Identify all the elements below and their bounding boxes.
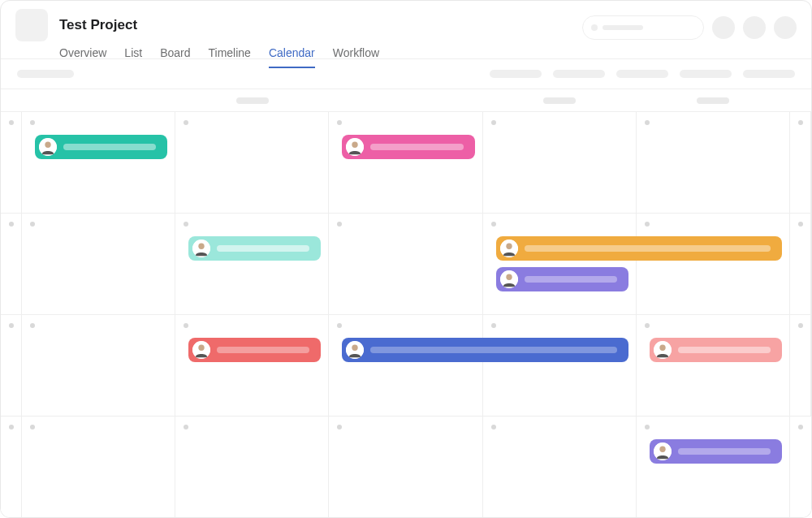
event-title-placeholder xyxy=(678,347,771,353)
assignee-avatar xyxy=(500,240,518,257)
toolbar-control-5[interactable] xyxy=(743,70,795,78)
assignee-avatar xyxy=(654,442,672,460)
date-indicator xyxy=(30,425,35,430)
member-avatar-2[interactable] xyxy=(743,16,766,39)
svg-point-1 xyxy=(45,142,50,148)
svg-point-11 xyxy=(199,345,205,351)
calendar-cell[interactable] xyxy=(329,112,482,214)
calendar-cell[interactable] xyxy=(483,112,637,214)
date-indicator xyxy=(30,120,35,125)
calendar-cell[interactable] xyxy=(22,214,175,315)
date-indicator xyxy=(491,323,496,328)
date-indicator xyxy=(9,120,14,125)
calendar-event[interactable] xyxy=(35,135,167,159)
svg-point-5 xyxy=(199,244,205,249)
calendar xyxy=(1,88,811,518)
tab-board[interactable]: Board xyxy=(160,46,190,67)
event-title-placeholder xyxy=(525,276,617,283)
date-indicator xyxy=(491,120,496,125)
toolbar-control-2[interactable] xyxy=(553,70,605,78)
calendar-cell[interactable] xyxy=(22,112,175,214)
calendar-event[interactable] xyxy=(342,338,628,362)
calendar-cell[interactable] xyxy=(1,417,22,518)
event-title-placeholder xyxy=(63,144,156,150)
date-indicator xyxy=(798,222,803,227)
event-title-placeholder xyxy=(370,144,463,150)
tab-workflow[interactable]: Workflow xyxy=(333,46,379,67)
calendar-event[interactable] xyxy=(650,439,782,464)
date-indicator xyxy=(184,120,188,125)
toolbar-right-controls xyxy=(490,70,795,78)
calendar-cell[interactable] xyxy=(1,214,22,315)
assignee-avatar xyxy=(346,138,364,156)
calendar-event[interactable] xyxy=(496,267,628,291)
weekday-header xyxy=(329,89,482,111)
project-icon[interactable] xyxy=(15,9,48,41)
assignee-avatar xyxy=(192,341,210,359)
calendar-cell[interactable] xyxy=(790,214,811,315)
date-indicator xyxy=(30,222,35,227)
calendar-event[interactable] xyxy=(188,236,321,261)
toolbar-control-1[interactable] xyxy=(490,70,542,78)
tab-list[interactable]: List xyxy=(124,46,142,67)
calendar-cell[interactable] xyxy=(329,214,482,315)
calendar-cell[interactable] xyxy=(175,112,329,214)
date-indicator xyxy=(645,323,650,328)
calendar-cell[interactable] xyxy=(22,315,175,417)
calendar-event[interactable] xyxy=(188,338,321,362)
toolbar-control-4[interactable] xyxy=(680,70,732,78)
svg-point-17 xyxy=(659,447,665,452)
date-indicator xyxy=(798,425,803,430)
date-indicator xyxy=(9,425,14,430)
assignee-avatar xyxy=(654,341,672,359)
date-indicator xyxy=(798,120,803,125)
assignee-avatar xyxy=(39,138,57,156)
calendar-cell[interactable] xyxy=(483,214,637,315)
date-indicator xyxy=(491,425,496,430)
calendar-cell[interactable] xyxy=(329,417,482,518)
date-indicator xyxy=(337,120,342,125)
tab-calendar[interactable]: Calendar xyxy=(269,46,315,67)
toolbar-control-3[interactable] xyxy=(616,70,668,78)
date-indicator xyxy=(9,323,14,328)
tab-timeline[interactable]: Timeline xyxy=(209,46,251,67)
calendar-cell[interactable] xyxy=(483,315,637,417)
weekday-header xyxy=(22,89,175,111)
event-title-placeholder xyxy=(217,347,309,353)
calendar-cell[interactable] xyxy=(22,417,175,518)
weekday-header-row xyxy=(1,89,811,112)
search-input[interactable] xyxy=(582,15,704,40)
date-indicator xyxy=(491,222,496,227)
calendar-cell[interactable] xyxy=(637,112,790,214)
svg-point-9 xyxy=(506,274,512,280)
member-avatar-3[interactable] xyxy=(774,16,797,39)
calendar-cell[interactable] xyxy=(637,417,790,518)
calendar-event[interactable] xyxy=(496,236,782,261)
calendar-cell[interactable] xyxy=(175,417,329,518)
calendar-cell[interactable] xyxy=(483,417,637,518)
calendar-cell[interactable] xyxy=(1,315,22,417)
event-title-placeholder xyxy=(217,245,309,252)
date-indicator xyxy=(337,222,342,227)
date-indicator xyxy=(184,425,188,430)
toolbar-left-control[interactable] xyxy=(17,70,74,78)
date-indicator xyxy=(337,425,342,430)
calendar-cell[interactable] xyxy=(175,214,329,315)
member-avatar-1[interactable] xyxy=(712,16,735,39)
calendar-cell[interactable] xyxy=(790,112,811,214)
weekday-edge-left xyxy=(1,89,22,111)
calendar-cell[interactable] xyxy=(790,417,811,518)
calendar-cell[interactable] xyxy=(637,214,790,315)
date-indicator xyxy=(184,323,188,328)
calendar-event[interactable] xyxy=(342,135,474,159)
assignee-avatar xyxy=(346,341,364,359)
calendar-cell[interactable] xyxy=(329,315,482,417)
calendar-cell[interactable] xyxy=(175,315,329,417)
calendar-event[interactable] xyxy=(650,338,782,362)
tab-overview[interactable]: Overview xyxy=(59,46,106,67)
app-window: Test Project Overview List Board Timelin… xyxy=(0,0,812,518)
calendar-cell[interactable] xyxy=(790,315,811,417)
search-icon xyxy=(591,24,598,31)
calendar-cell[interactable] xyxy=(1,112,22,214)
calendar-cell[interactable] xyxy=(637,315,790,417)
